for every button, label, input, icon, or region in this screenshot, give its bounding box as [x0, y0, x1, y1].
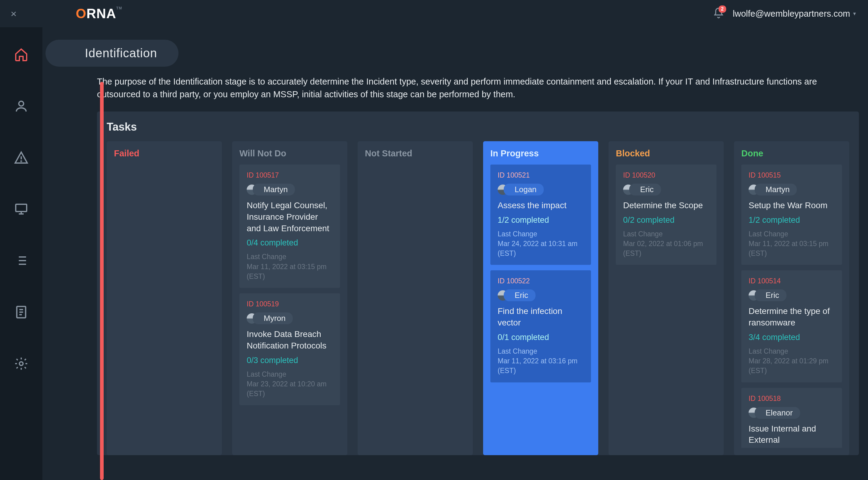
task-title: Notify Legal Counsel, Insurance Provider…	[247, 200, 333, 234]
task-assignee: Eleanor	[749, 407, 835, 419]
column-cards: ID 100517MartynNotify Legal Counsel, Ins…	[240, 164, 340, 405]
assignee-name: Logan	[504, 184, 544, 195]
task-progress: 0/4 completed	[247, 238, 333, 248]
task-title: Determine the type of ransomware	[749, 306, 835, 328]
task-title: Issue Internal and External Communicatio…	[749, 423, 835, 448]
assignee-name: Eric	[629, 184, 661, 195]
column-title: In Progress	[490, 149, 591, 159]
task-title: Assess the impact	[498, 200, 584, 211]
task-id: ID 100521	[498, 171, 584, 180]
task-last-change: Last Change Mar 11, 2022 at 03:15 pm (ES…	[749, 229, 835, 258]
assignee-name: Martyn	[253, 184, 295, 195]
task-title: Find the infection vector	[498, 306, 584, 328]
nav-list-icon[interactable]	[12, 252, 30, 270]
tasks-heading: Tasks	[107, 121, 849, 133]
app-header: × ORNATM 2 lwolfe@wembleypartners.com ▾	[0, 0, 868, 27]
notification-count-badge: 2	[719, 5, 726, 13]
task-card[interactable]: ID 100517MartynNotify Legal Counsel, Ins…	[240, 164, 340, 288]
task-assignee: Eric	[749, 289, 835, 301]
kanban-column-failed: Failed	[107, 141, 222, 455]
bell-icon	[713, 14, 724, 20]
svg-point-1	[21, 161, 22, 161]
kanban-column-blocked: BlockedID 100520EricDetermine the Scope0…	[609, 141, 724, 455]
chevron-down-icon: ▾	[853, 10, 856, 17]
stage-accent-bar	[100, 82, 104, 480]
task-card[interactable]: ID 100515MartynSetup the War Room1/2 com…	[741, 164, 842, 265]
task-last-change: Last Change Mar 11, 2022 at 03:16 pm (ES…	[498, 346, 584, 376]
task-id: ID 100514	[749, 277, 835, 285]
logo-text: ORNATM	[76, 6, 122, 21]
task-last-change: Last Change Mar 28, 2022 at 01:29 pm (ES…	[749, 346, 835, 376]
task-id: ID 100517	[247, 171, 333, 180]
nav-alerts-icon[interactable]	[12, 149, 30, 167]
svg-rect-2	[16, 204, 27, 212]
stage-description: The purpose of the Identification stage …	[97, 75, 850, 101]
nav-profile-icon[interactable]	[12, 97, 30, 115]
tasks-panel: Tasks FailedWill Not DoID 100517MartynNo…	[97, 111, 859, 455]
close-icon: ×	[10, 8, 17, 20]
task-progress: 0/3 completed	[247, 356, 333, 365]
close-button[interactable]: ×	[0, 8, 27, 20]
task-title: Invoke Data Breach Notification Protocol…	[247, 328, 333, 352]
app-logo: ORNATM	[76, 6, 122, 21]
task-card[interactable]: ID 100514EricDetermine the type of ranso…	[741, 270, 842, 382]
task-last-change: Last Change Mar 02, 2022 at 01:06 pm (ES…	[623, 229, 709, 258]
column-cards: ID 100520EricDetermine the Scope0/2 comp…	[616, 164, 716, 265]
task-progress: 1/2 completed	[749, 216, 835, 225]
svg-point-0	[19, 101, 24, 106]
stage-header: Identification I	[79, 39, 859, 67]
task-progress: 3/4 completed	[749, 333, 835, 342]
task-progress: 0/2 completed	[623, 216, 709, 225]
task-id: ID 100515	[749, 171, 835, 180]
kanban-column-willnot: Will Not DoID 100517MartynNotify Legal C…	[232, 141, 347, 455]
assignee-name: Eric	[504, 289, 535, 301]
kanban-column-notstarted: Not Started	[358, 141, 473, 455]
column-title: Blocked	[616, 149, 716, 159]
task-assignee: Martyn	[247, 184, 333, 195]
assignee-name: Myron	[253, 313, 293, 324]
sidebar-nav	[0, 27, 42, 480]
column-title: Failed	[114, 149, 215, 159]
user-email: lwolfe@wembleypartners.com	[733, 9, 850, 19]
svg-point-4	[20, 362, 23, 365]
task-id: ID 100519	[247, 300, 333, 308]
task-assignee: Martyn	[749, 184, 835, 195]
task-last-change: Last Change Mar 23, 2022 at 10:20 am (ES…	[247, 370, 333, 399]
task-assignee: Eric	[623, 184, 709, 195]
stage-name-pill: Identification	[45, 40, 179, 67]
column-title: Done	[741, 149, 842, 159]
task-title: Determine the Scope	[623, 200, 709, 211]
task-last-change: Last Change Mar 11, 2022 at 03:15 pm (ES…	[247, 252, 333, 281]
task-id: ID 100518	[749, 394, 835, 403]
task-id: ID 100520	[623, 171, 709, 180]
task-card[interactable]: ID 100521LoganAssess the impact1/2 compl…	[490, 164, 591, 265]
notifications-button[interactable]: 2	[713, 7, 724, 20]
user-menu[interactable]: lwolfe@wembleypartners.com ▾	[733, 9, 856, 19]
task-assignee: Myron	[247, 313, 333, 324]
task-last-change: Last Change Mar 24, 2022 at 10:31 am (ES…	[498, 229, 584, 258]
task-card[interactable]: ID 100518EleanorIssue Internal and Exter…	[741, 388, 842, 448]
column-title: Not Started	[365, 149, 466, 159]
nav-home-icon[interactable]	[12, 45, 30, 64]
task-progress: 0/1 completed	[498, 333, 584, 342]
task-title: Setup the War Room	[749, 200, 835, 211]
main-content: Identification I The purpose of the Iden…	[42, 27, 868, 480]
task-card[interactable]: ID 100519MyronInvoke Data Breach Notific…	[240, 293, 340, 405]
task-card[interactable]: ID 100522EricFind the infection vector0/…	[490, 270, 591, 382]
task-assignee: Eric	[498, 289, 584, 301]
column-cards: ID 100515MartynSetup the War Room1/2 com…	[741, 164, 842, 448]
nav-settings-icon[interactable]	[12, 355, 30, 373]
task-card[interactable]: ID 100520EricDetermine the Scope0/2 comp…	[616, 164, 716, 265]
assignee-name: Eleanor	[755, 407, 800, 419]
nav-monitor-icon[interactable]	[12, 200, 30, 218]
nav-document-icon[interactable]	[12, 303, 30, 321]
task-assignee: Logan	[498, 184, 584, 195]
kanban-column-done: DoneID 100515MartynSetup the War Room1/2…	[734, 141, 849, 455]
task-progress: 1/2 completed	[498, 216, 584, 225]
kanban-columns: FailedWill Not DoID 100517MartynNotify L…	[107, 141, 849, 455]
kanban-column-inprogress: In ProgressID 100521LoganAssess the impa…	[483, 141, 598, 455]
assignee-name: Martyn	[755, 184, 797, 195]
task-id: ID 100522	[498, 277, 584, 285]
column-cards: ID 100521LoganAssess the impact1/2 compl…	[490, 164, 591, 382]
column-title: Will Not Do	[240, 149, 340, 159]
